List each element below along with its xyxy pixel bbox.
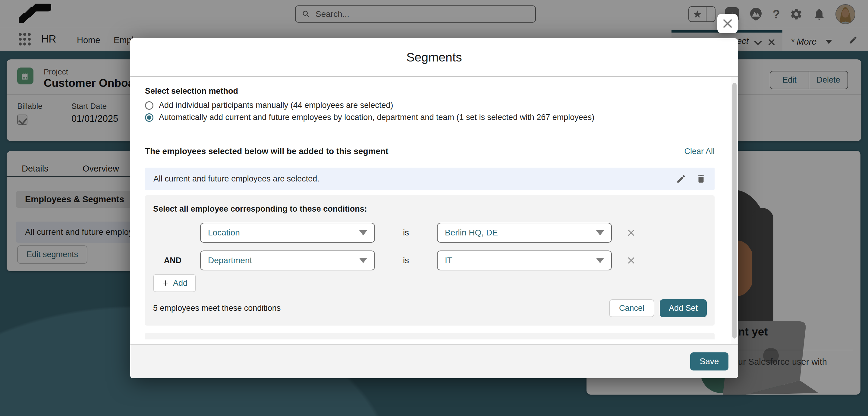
clear-all-link[interactable]: Clear All bbox=[684, 147, 715, 156]
radio-option-manual[interactable]: Add individual participants manually (44… bbox=[145, 101, 715, 110]
selected-summary-actions bbox=[676, 174, 706, 184]
pencil-icon bbox=[676, 174, 686, 184]
dropdown-caret-icon bbox=[596, 230, 604, 235]
cancel-button[interactable]: Cancel bbox=[609, 299, 654, 317]
value-dropdown-value: IT bbox=[445, 256, 596, 265]
remove-condition-button[interactable] bbox=[620, 228, 643, 237]
plus-icon bbox=[161, 279, 169, 287]
save-button[interactable]: Save bbox=[690, 352, 728, 370]
modal-close-button[interactable] bbox=[717, 14, 738, 33]
field-dropdown[interactable]: Location bbox=[200, 223, 375, 243]
conditions-result-row: 5 employees meet these conditions Cancel… bbox=[153, 299, 707, 317]
field-dropdown[interactable]: Department bbox=[200, 250, 375, 270]
dropdown-caret-icon bbox=[359, 230, 367, 235]
segments-modal: Segments Select selection method Add ind… bbox=[130, 38, 738, 378]
add-condition-label: Add bbox=[173, 278, 187, 288]
operator-label: is bbox=[383, 228, 429, 238]
field-dropdown-value: Department bbox=[208, 256, 359, 265]
modal-title: Segments bbox=[406, 50, 462, 64]
condition-row: AND Department is IT bbox=[153, 250, 707, 270]
condition-row: Location is Berlin HQ, DE bbox=[153, 223, 707, 243]
selection-method-legend: Select selection method bbox=[145, 87, 715, 96]
edit-selection-button[interactable] bbox=[676, 174, 686, 184]
value-dropdown[interactable]: Berlin HQ, DE bbox=[437, 223, 612, 243]
next-section-sliver bbox=[145, 333, 715, 339]
x-icon bbox=[627, 256, 635, 265]
field-dropdown-value: Location bbox=[208, 228, 359, 238]
close-icon bbox=[721, 18, 734, 30]
x-icon bbox=[627, 229, 635, 237]
dropdown-caret-icon bbox=[359, 258, 367, 263]
conjunction-label: AND bbox=[153, 256, 192, 265]
radio-icon-selected[interactable] bbox=[145, 113, 153, 122]
value-dropdown[interactable]: IT bbox=[437, 250, 612, 270]
radio-manual-label: Add individual participants manually (44… bbox=[159, 101, 393, 110]
selected-summary-row: All current and future employees are sel… bbox=[145, 168, 715, 190]
radio-automatic-label: Automatically add current and future emp… bbox=[159, 113, 594, 122]
modal-footer: Save bbox=[130, 344, 738, 378]
modal-body: Select selection method Add individual p… bbox=[130, 77, 738, 344]
selected-summary-text: All current and future employees are sel… bbox=[153, 174, 676, 184]
modal-header: Segments bbox=[130, 38, 738, 77]
radio-option-automatic[interactable]: Automatically add current and future emp… bbox=[145, 113, 715, 122]
value-dropdown-value: Berlin HQ, DE bbox=[445, 228, 596, 238]
operator-label: is bbox=[383, 256, 429, 265]
modal-scrollbar-thumb[interactable] bbox=[733, 83, 737, 338]
conditions-result-text: 5 employees meet these conditions bbox=[153, 303, 281, 313]
segment-heading-row: The employees selected below will be add… bbox=[145, 147, 715, 156]
add-set-button[interactable]: Add Set bbox=[660, 299, 707, 317]
dropdown-caret-icon bbox=[596, 258, 604, 263]
modal-scrollbar-track[interactable] bbox=[731, 77, 738, 344]
radio-icon[interactable] bbox=[145, 101, 153, 110]
remove-condition-button[interactable] bbox=[620, 256, 643, 265]
app-root: ? bbox=[0, 0, 868, 416]
segment-heading: The employees selected below will be add… bbox=[145, 147, 389, 156]
add-condition-button[interactable]: Add bbox=[153, 274, 196, 292]
trash-icon bbox=[696, 174, 706, 184]
conditions-actions: Cancel Add Set bbox=[609, 299, 707, 317]
conditions-heading: Select all employee corresponding to the… bbox=[153, 204, 707, 214]
conditions-panel: Select all employee corresponding to the… bbox=[145, 195, 715, 326]
delete-selection-button[interactable] bbox=[696, 174, 706, 184]
